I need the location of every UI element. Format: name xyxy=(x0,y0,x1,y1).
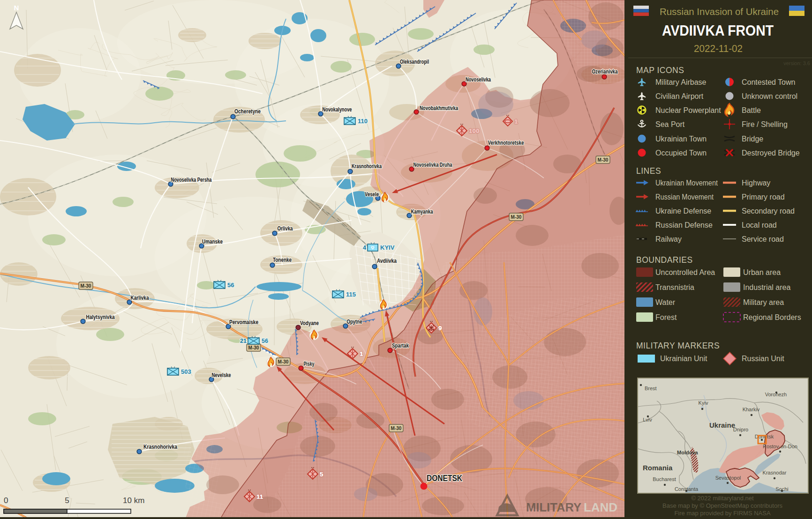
svg-text:Transnistria: Transnistria xyxy=(655,283,694,291)
svg-text:Military Airbase: Military Airbase xyxy=(655,78,707,86)
svg-text:Novobakhmutivka: Novobakhmutivka xyxy=(420,104,459,111)
svg-text:Uncontrolled Area: Uncontrolled Area xyxy=(655,268,715,276)
svg-text:100: 100 xyxy=(469,127,480,134)
svg-text:Karlivka: Karlivka xyxy=(131,294,150,301)
svg-text:5: 5 xyxy=(65,496,69,505)
svg-text:LAND: LAND xyxy=(584,500,617,514)
svg-text:9: 9 xyxy=(438,325,442,332)
svg-text:M-30: M-30 xyxy=(248,345,259,350)
svg-text:1: 1 xyxy=(360,350,363,357)
svg-text:Sevastopol: Sevastopol xyxy=(715,475,741,481)
svg-text:DONETSK: DONETSK xyxy=(427,473,462,483)
svg-text:Primary road: Primary road xyxy=(742,193,785,201)
svg-text:Ukrainian Movement: Ukrainian Movement xyxy=(655,179,718,187)
svg-text:56: 56 xyxy=(262,338,268,344)
svg-text:Highway: Highway xyxy=(742,179,770,187)
svg-text:Ukraine: Ukraine xyxy=(709,421,735,429)
svg-text:N: N xyxy=(14,4,19,12)
svg-text:Novoselivka Druha: Novoselivka Druha xyxy=(414,161,453,168)
svg-text:LINES: LINES xyxy=(636,166,661,176)
svg-text:Dnipro: Dnipro xyxy=(733,427,748,432)
svg-text:10 km: 10 km xyxy=(123,496,144,505)
svg-text:MAP ICONS: MAP ICONS xyxy=(636,66,684,75)
svg-text:Forest: Forest xyxy=(655,313,677,321)
svg-text:M-30: M-30 xyxy=(511,215,522,220)
svg-text:Russian Defense: Russian Defense xyxy=(655,221,713,229)
svg-text:Sea Port: Sea Port xyxy=(655,120,685,128)
svg-text:4: 4 xyxy=(363,245,366,251)
svg-text:Battle: Battle xyxy=(742,106,761,114)
svg-text:Brest: Brest xyxy=(645,386,657,391)
svg-text:M-30: M-30 xyxy=(598,157,609,163)
svg-text:Occupied Town: Occupied Town xyxy=(655,149,707,157)
svg-text:503: 503 xyxy=(181,368,191,375)
svg-text:56: 56 xyxy=(227,282,234,289)
svg-text:Railway: Railway xyxy=(655,235,682,243)
svg-text:Russian Unit: Russian Unit xyxy=(742,355,784,363)
svg-text:Ukrainian Town: Ukrainian Town xyxy=(655,135,707,143)
svg-text:M-30: M-30 xyxy=(391,426,402,431)
svg-text:M-30: M-30 xyxy=(81,283,91,289)
svg-text:Base map by © OpenStreetMap co: Base map by © OpenStreetMap contributors xyxy=(662,502,782,509)
svg-text:2022-11-02: 2022-11-02 xyxy=(694,43,743,54)
svg-text:Ozerianivka: Ozerianivka xyxy=(592,68,618,75)
svg-text:11: 11 xyxy=(256,493,263,500)
svg-text:Oleksandropil: Oleksandropil xyxy=(400,58,429,65)
svg-text:Industrial area: Industrial area xyxy=(743,283,790,291)
svg-text:Orlivka: Orlivka xyxy=(278,225,293,232)
svg-text:Vesele: Vesele xyxy=(365,191,379,198)
svg-text:Pervomaiske: Pervomaiske xyxy=(229,319,258,326)
svg-text:Destroyed Bridge: Destroyed Bridge xyxy=(742,149,800,157)
svg-text:Unknown control: Unknown control xyxy=(742,92,797,100)
svg-text:Vodyane: Vodyane xyxy=(300,319,319,326)
svg-text:Water: Water xyxy=(655,298,676,306)
svg-text:Lviv: Lviv xyxy=(643,417,652,423)
svg-text:Regional Borders: Regional Borders xyxy=(743,313,801,321)
svg-text:Kyiv: Kyiv xyxy=(699,400,708,406)
svg-text:AVDIIVKA FRONT: AVDIIVKA FRONT xyxy=(662,22,774,39)
svg-text:Secondary road: Secondary road xyxy=(742,207,795,215)
svg-text:M-30: M-30 xyxy=(278,359,289,364)
svg-text:Russian Invasion of Ukraine: Russian Invasion of Ukraine xyxy=(660,6,779,17)
svg-text:Krasnodar: Krasnodar xyxy=(763,470,787,475)
svg-text:Tonenke: Tonenke xyxy=(273,256,292,263)
svg-text:Umanske: Umanske xyxy=(202,238,223,245)
svg-text:Halytsynivka: Halytsynivka xyxy=(86,313,115,320)
svg-text:Rostov-on-Don: Rostov-on-Don xyxy=(763,444,797,449)
svg-text:Russian Movement: Russian Movement xyxy=(655,193,714,201)
svg-text:110: 110 xyxy=(358,118,368,125)
svg-text:Contested Town: Contested Town xyxy=(742,78,795,86)
svg-text:Novoselivka Persha: Novoselivka Persha xyxy=(171,176,212,183)
svg-text:5: 5 xyxy=(320,471,323,478)
svg-text:© 2022 militaryland.net: © 2022 militaryland.net xyxy=(691,495,754,502)
svg-text:Urban area: Urban area xyxy=(743,268,781,276)
svg-text:115: 115 xyxy=(346,291,356,298)
svg-text:21: 21 xyxy=(240,338,247,344)
svg-text:Romania: Romania xyxy=(643,464,673,472)
svg-text:Fire map provided by FIRMS NAS: Fire map provided by FIRMS NASA xyxy=(674,510,771,517)
svg-text:Kharkiv: Kharkiv xyxy=(743,407,760,412)
svg-text:Novokalynove: Novokalynove xyxy=(323,106,352,113)
svg-text:Sochi: Sochi xyxy=(775,486,789,492)
svg-text:Bridge: Bridge xyxy=(742,135,763,143)
svg-text:Military area: Military area xyxy=(743,298,784,306)
svg-text:Opytne: Opytne xyxy=(347,318,362,325)
svg-text:Pisky: Pisky xyxy=(304,360,315,367)
svg-text:MILITARY: MILITARY xyxy=(526,500,581,514)
svg-text:Krasnohorivka: Krasnohorivka xyxy=(352,163,382,170)
svg-text:Ukrainian Unit: Ukrainian Unit xyxy=(660,355,707,363)
svg-text:Verkhnotoretske: Verkhnotoretske xyxy=(488,139,524,146)
svg-text:BOUNDARIES: BOUNDARIES xyxy=(636,255,693,265)
svg-text:Fire / Shelling: Fire / Shelling xyxy=(742,120,788,128)
svg-text:Bucharest: Bucharest xyxy=(653,476,676,482)
svg-text:MILITARY MARKERS: MILITARY MARKERS xyxy=(636,341,720,350)
svg-text:Ukraine Defense: Ukraine Defense xyxy=(655,207,711,215)
svg-text:Constanta: Constanta xyxy=(675,486,699,492)
svg-text:Moldova: Moldova xyxy=(677,450,698,455)
svg-text:Ocheretyne: Ocheretyne xyxy=(234,108,261,115)
svg-text:Civilian Airport: Civilian Airport xyxy=(655,92,704,100)
svg-text:Novoselivka: Novoselivka xyxy=(466,76,491,83)
svg-text:1: 1 xyxy=(514,118,518,125)
svg-text:0: 0 xyxy=(4,496,8,505)
svg-text:Spartak: Spartak xyxy=(392,342,409,349)
